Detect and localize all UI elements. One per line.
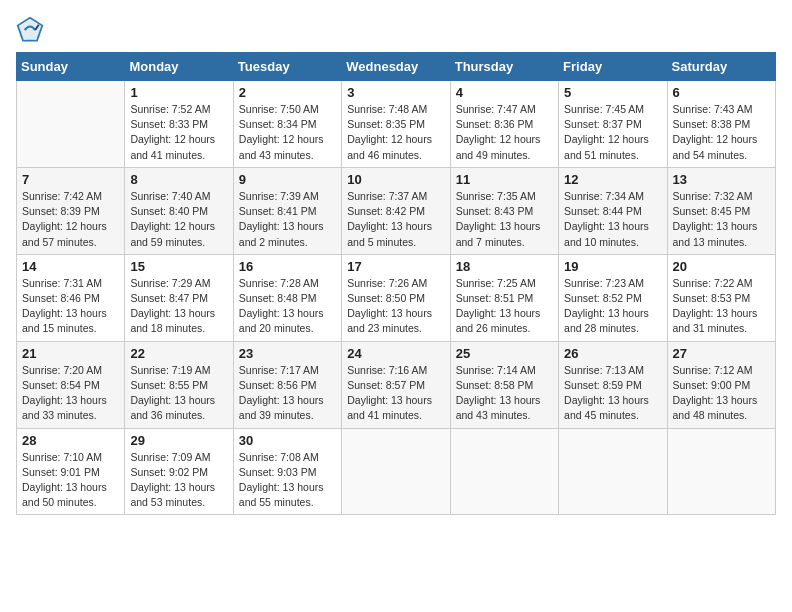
calendar-cell: 20Sunrise: 7:22 AMSunset: 8:53 PMDayligh… [667, 254, 775, 341]
day-number: 25 [456, 346, 553, 361]
day-info: Sunrise: 7:35 AMSunset: 8:43 PMDaylight:… [456, 189, 553, 250]
day-info: Sunrise: 7:40 AMSunset: 8:40 PMDaylight:… [130, 189, 227, 250]
weekday-header-sunday: Sunday [17, 53, 125, 81]
calendar-cell [450, 428, 558, 515]
calendar-cell: 29Sunrise: 7:09 AMSunset: 9:02 PMDayligh… [125, 428, 233, 515]
day-info: Sunrise: 7:17 AMSunset: 8:56 PMDaylight:… [239, 363, 336, 424]
logo-icon [16, 16, 44, 44]
day-number: 13 [673, 172, 770, 187]
week-row-5: 28Sunrise: 7:10 AMSunset: 9:01 PMDayligh… [17, 428, 776, 515]
calendar-cell: 16Sunrise: 7:28 AMSunset: 8:48 PMDayligh… [233, 254, 341, 341]
day-info: Sunrise: 7:34 AMSunset: 8:44 PMDaylight:… [564, 189, 661, 250]
week-row-3: 14Sunrise: 7:31 AMSunset: 8:46 PMDayligh… [17, 254, 776, 341]
calendar-header: SundayMondayTuesdayWednesdayThursdayFrid… [17, 53, 776, 81]
day-number: 5 [564, 85, 661, 100]
day-number: 21 [22, 346, 119, 361]
day-info: Sunrise: 7:32 AMSunset: 8:45 PMDaylight:… [673, 189, 770, 250]
day-number: 28 [22, 433, 119, 448]
day-info: Sunrise: 7:23 AMSunset: 8:52 PMDaylight:… [564, 276, 661, 337]
calendar-cell: 17Sunrise: 7:26 AMSunset: 8:50 PMDayligh… [342, 254, 450, 341]
week-row-2: 7Sunrise: 7:42 AMSunset: 8:39 PMDaylight… [17, 167, 776, 254]
calendar-cell: 13Sunrise: 7:32 AMSunset: 8:45 PMDayligh… [667, 167, 775, 254]
day-info: Sunrise: 7:16 AMSunset: 8:57 PMDaylight:… [347, 363, 444, 424]
day-info: Sunrise: 7:09 AMSunset: 9:02 PMDaylight:… [130, 450, 227, 511]
week-row-4: 21Sunrise: 7:20 AMSunset: 8:54 PMDayligh… [17, 341, 776, 428]
day-number: 10 [347, 172, 444, 187]
day-number: 8 [130, 172, 227, 187]
day-number: 22 [130, 346, 227, 361]
day-info: Sunrise: 7:25 AMSunset: 8:51 PMDaylight:… [456, 276, 553, 337]
calendar-cell: 27Sunrise: 7:12 AMSunset: 9:00 PMDayligh… [667, 341, 775, 428]
day-info: Sunrise: 7:13 AMSunset: 8:59 PMDaylight:… [564, 363, 661, 424]
calendar-cell: 4Sunrise: 7:47 AMSunset: 8:36 PMDaylight… [450, 81, 558, 168]
day-number: 30 [239, 433, 336, 448]
calendar-cell: 5Sunrise: 7:45 AMSunset: 8:37 PMDaylight… [559, 81, 667, 168]
calendar-cell: 14Sunrise: 7:31 AMSunset: 8:46 PMDayligh… [17, 254, 125, 341]
weekday-header-wednesday: Wednesday [342, 53, 450, 81]
day-info: Sunrise: 7:29 AMSunset: 8:47 PMDaylight:… [130, 276, 227, 337]
day-number: 15 [130, 259, 227, 274]
calendar-table: SundayMondayTuesdayWednesdayThursdayFrid… [16, 52, 776, 515]
day-info: Sunrise: 7:31 AMSunset: 8:46 PMDaylight:… [22, 276, 119, 337]
day-number: 11 [456, 172, 553, 187]
day-number: 17 [347, 259, 444, 274]
calendar-cell: 12Sunrise: 7:34 AMSunset: 8:44 PMDayligh… [559, 167, 667, 254]
day-info: Sunrise: 7:08 AMSunset: 9:03 PMDaylight:… [239, 450, 336, 511]
calendar-cell: 21Sunrise: 7:20 AMSunset: 8:54 PMDayligh… [17, 341, 125, 428]
day-info: Sunrise: 7:26 AMSunset: 8:50 PMDaylight:… [347, 276, 444, 337]
day-number: 26 [564, 346, 661, 361]
day-number: 9 [239, 172, 336, 187]
calendar-cell: 19Sunrise: 7:23 AMSunset: 8:52 PMDayligh… [559, 254, 667, 341]
calendar-cell: 9Sunrise: 7:39 AMSunset: 8:41 PMDaylight… [233, 167, 341, 254]
day-info: Sunrise: 7:39 AMSunset: 8:41 PMDaylight:… [239, 189, 336, 250]
calendar-cell: 7Sunrise: 7:42 AMSunset: 8:39 PMDaylight… [17, 167, 125, 254]
day-number: 1 [130, 85, 227, 100]
day-info: Sunrise: 7:43 AMSunset: 8:38 PMDaylight:… [673, 102, 770, 163]
calendar-cell: 8Sunrise: 7:40 AMSunset: 8:40 PMDaylight… [125, 167, 233, 254]
calendar-cell: 24Sunrise: 7:16 AMSunset: 8:57 PMDayligh… [342, 341, 450, 428]
calendar-cell: 1Sunrise: 7:52 AMSunset: 8:33 PMDaylight… [125, 81, 233, 168]
calendar-cell: 11Sunrise: 7:35 AMSunset: 8:43 PMDayligh… [450, 167, 558, 254]
calendar-cell: 25Sunrise: 7:14 AMSunset: 8:58 PMDayligh… [450, 341, 558, 428]
weekday-header-saturday: Saturday [667, 53, 775, 81]
day-info: Sunrise: 7:47 AMSunset: 8:36 PMDaylight:… [456, 102, 553, 163]
day-number: 6 [673, 85, 770, 100]
day-number: 12 [564, 172, 661, 187]
calendar-cell: 15Sunrise: 7:29 AMSunset: 8:47 PMDayligh… [125, 254, 233, 341]
weekday-row: SundayMondayTuesdayWednesdayThursdayFrid… [17, 53, 776, 81]
calendar-cell: 26Sunrise: 7:13 AMSunset: 8:59 PMDayligh… [559, 341, 667, 428]
calendar-cell: 18Sunrise: 7:25 AMSunset: 8:51 PMDayligh… [450, 254, 558, 341]
day-info: Sunrise: 7:22 AMSunset: 8:53 PMDaylight:… [673, 276, 770, 337]
day-number: 7 [22, 172, 119, 187]
week-row-1: 1Sunrise: 7:52 AMSunset: 8:33 PMDaylight… [17, 81, 776, 168]
day-number: 16 [239, 259, 336, 274]
day-info: Sunrise: 7:50 AMSunset: 8:34 PMDaylight:… [239, 102, 336, 163]
logo [16, 16, 48, 44]
calendar-cell: 22Sunrise: 7:19 AMSunset: 8:55 PMDayligh… [125, 341, 233, 428]
day-number: 29 [130, 433, 227, 448]
calendar-cell: 3Sunrise: 7:48 AMSunset: 8:35 PMDaylight… [342, 81, 450, 168]
calendar-cell: 6Sunrise: 7:43 AMSunset: 8:38 PMDaylight… [667, 81, 775, 168]
weekday-header-thursday: Thursday [450, 53, 558, 81]
day-info: Sunrise: 7:42 AMSunset: 8:39 PMDaylight:… [22, 189, 119, 250]
day-info: Sunrise: 7:10 AMSunset: 9:01 PMDaylight:… [22, 450, 119, 511]
weekday-header-friday: Friday [559, 53, 667, 81]
calendar-cell: 2Sunrise: 7:50 AMSunset: 8:34 PMDaylight… [233, 81, 341, 168]
day-info: Sunrise: 7:52 AMSunset: 8:33 PMDaylight:… [130, 102, 227, 163]
day-info: Sunrise: 7:48 AMSunset: 8:35 PMDaylight:… [347, 102, 444, 163]
calendar-body: 1Sunrise: 7:52 AMSunset: 8:33 PMDaylight… [17, 81, 776, 515]
day-info: Sunrise: 7:19 AMSunset: 8:55 PMDaylight:… [130, 363, 227, 424]
day-number: 19 [564, 259, 661, 274]
weekday-header-tuesday: Tuesday [233, 53, 341, 81]
day-number: 23 [239, 346, 336, 361]
calendar-cell [667, 428, 775, 515]
day-info: Sunrise: 7:28 AMSunset: 8:48 PMDaylight:… [239, 276, 336, 337]
page-header [16, 16, 776, 44]
day-info: Sunrise: 7:45 AMSunset: 8:37 PMDaylight:… [564, 102, 661, 163]
day-info: Sunrise: 7:14 AMSunset: 8:58 PMDaylight:… [456, 363, 553, 424]
calendar-cell: 23Sunrise: 7:17 AMSunset: 8:56 PMDayligh… [233, 341, 341, 428]
calendar-cell [17, 81, 125, 168]
calendar-cell [342, 428, 450, 515]
calendar-cell: 28Sunrise: 7:10 AMSunset: 9:01 PMDayligh… [17, 428, 125, 515]
day-number: 3 [347, 85, 444, 100]
